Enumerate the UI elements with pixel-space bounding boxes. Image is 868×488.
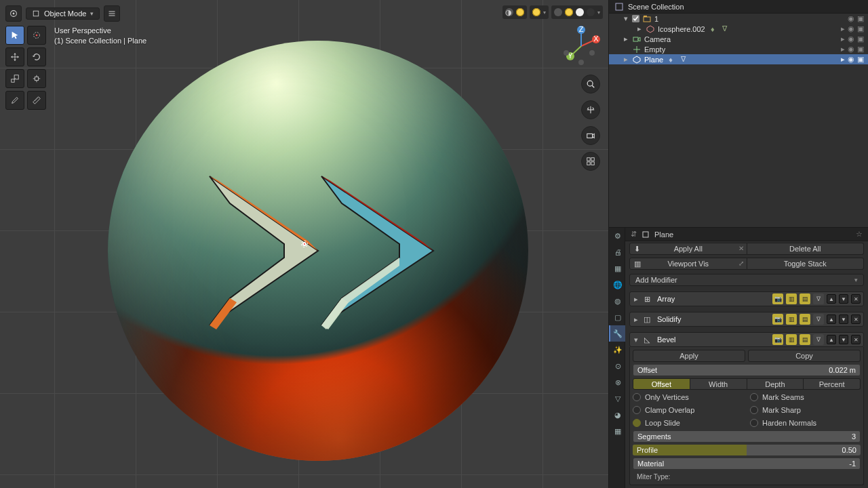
tab-depth[interactable]: Depth bbox=[747, 378, 804, 390]
gizmo-toggle-icon[interactable]: ◑ bbox=[505, 8, 513, 16]
editor-menus-button[interactable] bbox=[104, 5, 120, 22]
outliner-object-row[interactable]: ▸ Icosphere.002 ♦ ∇ ▸ ◉ ▣ bbox=[609, 24, 868, 34]
editmode-toggle-icon[interactable]: ▤ bbox=[800, 334, 810, 345]
profile-slider[interactable]: Profile 0.50 bbox=[633, 445, 861, 455]
tab-particles[interactable]: ✨ bbox=[609, 342, 625, 358]
disclosure-triangle-icon[interactable]: ▸ bbox=[623, 55, 629, 64]
remove-modifier-icon[interactable]: ✕ bbox=[851, 314, 861, 324]
wireframe-shading-icon[interactable] bbox=[554, 8, 562, 16]
orientation-gizmo[interactable]: X Y Z bbox=[561, 26, 601, 66]
xray-toggle-icon[interactable] bbox=[532, 8, 540, 16]
check-clamp-overlap[interactable]: Clamp Overlap bbox=[633, 405, 743, 415]
render-toggle-icon[interactable]: 📷 bbox=[772, 293, 783, 304]
measure-tool[interactable] bbox=[27, 91, 46, 110]
outliner-object-row[interactable]: Empty ▸ ◉ ▣ bbox=[609, 44, 868, 54]
tab-object[interactable]: ▢ bbox=[609, 309, 625, 325]
render-icon[interactable]: ▣ bbox=[857, 14, 864, 23]
modifier-header[interactable]: ▾ ◺ Bevel 📷 ▥ ▤ ∇ ▲ ▼ ✕ bbox=[629, 332, 864, 347]
outliner-object-row[interactable]: ▸ Camera ▸ ◉ ▣ bbox=[609, 34, 868, 44]
move-up-icon[interactable]: ▲ bbox=[827, 335, 836, 344]
remove-modifier-icon[interactable]: ✕ bbox=[851, 335, 861, 344]
tab-texture[interactable]: ▦ bbox=[609, 423, 625, 439]
camera-view-icon[interactable] bbox=[581, 126, 600, 145]
offset-field[interactable]: Offset 0.022 m bbox=[633, 364, 861, 376]
modifier-name[interactable]: Solidify bbox=[654, 315, 770, 323]
visibility-icon[interactable]: ◉ bbox=[848, 14, 854, 23]
tab-material[interactable]: ◕ bbox=[609, 407, 625, 423]
disclosure-triangle-icon[interactable]: ▸ bbox=[633, 315, 639, 324]
viewport-toggle-icon[interactable]: ▥ bbox=[786, 334, 797, 345]
delete-all-button[interactable]: Delete All bbox=[747, 243, 865, 255]
check-only-vertices[interactable]: Only Vertices bbox=[633, 392, 743, 403]
modifier-name[interactable]: Array bbox=[654, 295, 770, 303]
tab-render[interactable]: ⚙ bbox=[609, 228, 625, 244]
remove-modifier-icon[interactable]: ✕ bbox=[851, 294, 861, 304]
modifier-header[interactable]: ▸ ◫ Solidify 📷 ▥ ▤ ∇ ▲ ▼ ✕ bbox=[629, 312, 864, 327]
solid-shading-icon[interactable] bbox=[565, 8, 573, 16]
collection-enable-checkbox[interactable] bbox=[632, 15, 639, 22]
tab-output[interactable]: 🖨 bbox=[609, 244, 625, 260]
viewport-toggle-icon[interactable]: ▥ bbox=[786, 314, 797, 325]
tab-data[interactable]: ▽ bbox=[609, 390, 625, 407]
disclosure-icon[interactable]: ▸ bbox=[841, 55, 845, 64]
viewport-toggle-icon[interactable]: ▥ bbox=[786, 293, 797, 304]
segments-field[interactable]: Segments 3 bbox=[633, 430, 861, 443]
toggle-stack-button[interactable]: Toggle Stack bbox=[747, 258, 865, 270]
mode-dropdown[interactable]: Object Mode ▾ bbox=[26, 7, 100, 20]
check-mark-seams[interactable]: Mark Seams bbox=[750, 392, 861, 403]
scale-tool[interactable] bbox=[5, 69, 24, 88]
disclosure-icon[interactable]: ▸ bbox=[841, 45, 845, 54]
move-tool[interactable] bbox=[5, 47, 24, 66]
visibility-icon[interactable]: ◉ bbox=[848, 45, 854, 54]
annotate-tool[interactable] bbox=[5, 91, 24, 110]
tab-viewlayer[interactable]: ▦ bbox=[609, 260, 625, 277]
visibility-icon[interactable]: ◉ bbox=[848, 24, 854, 33]
select-tool[interactable] bbox=[5, 26, 24, 45]
tab-offset[interactable]: Offset bbox=[633, 378, 690, 390]
transform-tool[interactable] bbox=[27, 69, 46, 88]
disclosure-triangle-icon[interactable]: ▾ bbox=[633, 336, 639, 344]
rendered-shading-icon[interactable] bbox=[587, 8, 595, 16]
pin-toggle-icon[interactable]: ☆ bbox=[856, 230, 863, 239]
move-down-icon[interactable]: ▼ bbox=[839, 314, 848, 324]
close-icon[interactable]: ✕ bbox=[738, 245, 744, 252]
overlays-toggle-icon[interactable] bbox=[516, 8, 524, 16]
cage-toggle-icon[interactable]: ∇ bbox=[813, 293, 824, 304]
render-icon[interactable]: ▣ bbox=[857, 24, 864, 33]
pan-icon[interactable] bbox=[581, 100, 600, 119]
cage-toggle-icon[interactable]: ∇ bbox=[813, 334, 824, 345]
editor-type-button[interactable] bbox=[5, 5, 22, 22]
add-modifier-dropdown[interactable]: Add Modifier ▾ bbox=[629, 274, 864, 286]
disclosure-icon[interactable]: ▸ bbox=[841, 24, 845, 33]
rotate-tool[interactable] bbox=[27, 47, 46, 66]
render-toggle-icon[interactable]: 📷 bbox=[772, 314, 783, 325]
move-up-icon[interactable]: ▲ bbox=[827, 294, 836, 304]
tab-modifiers[interactable]: 🔧 bbox=[609, 325, 625, 342]
perspective-toggle-icon[interactable] bbox=[581, 152, 600, 171]
render-icon[interactable]: ▣ bbox=[857, 55, 864, 64]
copy-button[interactable]: Copy bbox=[748, 350, 861, 362]
check-mark-sharp[interactable]: Mark Sharp bbox=[750, 405, 861, 415]
viewport-3d[interactable]: Object Mode ▾ ◑ ▾ ▾ bbox=[0, 0, 608, 488]
disclosure-triangle-icon[interactable]: ▾ bbox=[623, 14, 629, 23]
apply-all-button[interactable]: ⬇ Apply All ✕ bbox=[629, 243, 747, 255]
cursor-tool[interactable] bbox=[27, 26, 46, 45]
disclosure-triangle-icon[interactable]: ▸ bbox=[636, 24, 643, 33]
chevron-down-icon[interactable]: ▾ bbox=[543, 9, 546, 16]
move-down-icon[interactable]: ▼ bbox=[839, 294, 848, 304]
editmode-toggle-icon[interactable]: ▤ bbox=[800, 314, 810, 325]
render-icon[interactable]: ▣ bbox=[857, 45, 864, 54]
outliner-collection-row[interactable]: ▾ 1 ◉ ▣ bbox=[609, 14, 868, 24]
tab-percent[interactable]: Percent bbox=[804, 378, 861, 390]
apply-button[interactable]: Apply bbox=[633, 350, 745, 362]
outliner-tree[interactable]: ▾ 1 ◉ ▣ ▸ Icosphere.002 ♦ ∇ ▸ bbox=[609, 14, 868, 227]
disclosure-triangle-icon[interactable]: ▸ bbox=[633, 295, 639, 304]
tab-constraints[interactable]: ⊗ bbox=[609, 374, 625, 390]
tab-world[interactable]: ◍ bbox=[609, 293, 625, 309]
move-up-icon[interactable]: ▲ bbox=[827, 314, 836, 324]
disclosure-icon[interactable]: ▸ bbox=[841, 35, 845, 43]
tab-physics[interactable]: ⊙ bbox=[609, 358, 625, 374]
chevron-down-icon[interactable]: ▾ bbox=[597, 9, 600, 16]
tab-width[interactable]: Width bbox=[690, 378, 747, 390]
pin-icon[interactable]: ⇵ bbox=[631, 230, 637, 239]
